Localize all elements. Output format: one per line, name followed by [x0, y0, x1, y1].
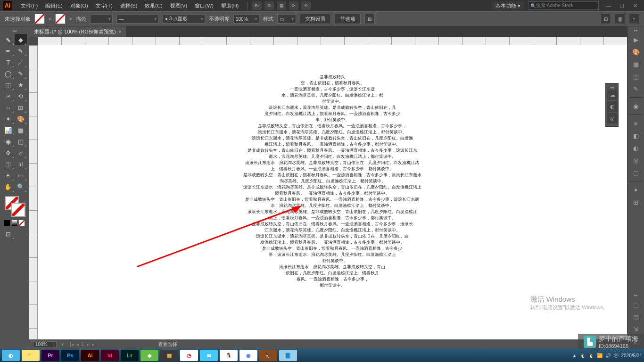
tool-button[interactable]: ✋: [2, 181, 15, 192]
style-dropdown[interactable]: ▭▾: [277, 14, 296, 24]
tool-button[interactable]: ⊡: [15, 102, 27, 113]
taskbar-app[interactable]: ◔: [180, 350, 198, 361]
artboards-panel-icon[interactable]: ▤: [630, 311, 642, 322]
qq-tray-icon[interactable]: 🐧: [580, 353, 586, 358]
tool-button[interactable]: ◯: [2, 68, 15, 79]
selection-icon[interactable]: ▶: [630, 34, 642, 45]
tool-button[interactable]: ▦: [15, 124, 27, 136]
tool-button[interactable]: ✂: [2, 90, 15, 102]
menu-icon[interactable]: ≡: [629, 14, 639, 24]
tool-button[interactable]: ✒: [2, 45, 15, 57]
libraries-icon[interactable]: ☁: [607, 90, 618, 100]
align-button[interactable]: ⊞: [364, 14, 375, 24]
close-tab-icon[interactable]: ×: [119, 29, 122, 34]
volume-tray-icon[interactable]: 🔊: [605, 353, 611, 358]
align-panel-icon[interactable]: ⊞: [630, 197, 642, 208]
taskbar-app[interactable]: 📁: [22, 350, 40, 361]
menu-item[interactable]: 帮助(H): [217, 2, 242, 9]
taskbar-app[interactable]: ◆: [140, 350, 158, 361]
canvas[interactable]: 是非成败转头空，青山依旧在，惯看秋月春风。一壶浊酒喜相逢，古今多少事，滚滚长江东…: [38, 45, 627, 339]
clock[interactable]: 2020/5/31: [621, 353, 643, 358]
menu-item[interactable]: 编辑(E): [41, 2, 66, 9]
asset-export-icon[interactable]: ⇲: [630, 323, 642, 335]
search-input[interactable]: 🔍 搜索 Adobe Stock: [528, 1, 599, 10]
tool-button[interactable]: ◫: [15, 136, 27, 147]
tool-button[interactable]: ✎: [15, 68, 27, 79]
cc-icon[interactable]: ◎: [607, 113, 618, 123]
tool-button[interactable]: lıl: [15, 158, 27, 170]
zoom-input[interactable]: 100%: [33, 341, 57, 347]
brush-dropdown[interactable]: —▾: [116, 14, 159, 24]
tool-button[interactable]: ★: [15, 79, 27, 90]
menu-item[interactable]: 视图(V): [166, 2, 191, 9]
screen-mode[interactable]: ⊡: [2, 228, 15, 239]
ime-tray-icon[interactable]: ㊥: [614, 352, 619, 359]
tool-button[interactable]: ／: [15, 57, 27, 68]
network-tray-icon[interactable]: 📶: [597, 353, 603, 358]
tool-button[interactable]: ◫: [2, 79, 15, 90]
menu-item[interactable]: 效果(C): [141, 2, 166, 9]
close-button[interactable]: ✕: [629, 1, 641, 10]
taskbar-app[interactable]: ▦: [160, 350, 178, 361]
menu-item[interactable]: 文字(T): [92, 2, 116, 9]
tool-button[interactable]: T: [2, 57, 15, 68]
taskbar-app[interactable]: Id: [101, 350, 119, 361]
cc-libraries-icon[interactable]: ◉: [630, 100, 642, 112]
workspace-switcher[interactable]: 基本功能 ▾: [492, 1, 524, 10]
tool-button[interactable]: ✦: [2, 113, 15, 124]
transparency-panel-icon[interactable]: ◐: [630, 142, 642, 154]
isolate-icon[interactable]: ▥: [615, 14, 625, 24]
tool-button[interactable]: ☀: [2, 170, 15, 181]
color-indicator[interactable]: [2, 195, 27, 218]
symbols-panel-icon[interactable]: ✦: [630, 184, 642, 196]
taskbar-app[interactable]: Ps: [61, 350, 79, 361]
menu-item[interactable]: 窗口(W): [191, 2, 217, 9]
taskbar-app[interactable]: ◐: [2, 350, 20, 361]
gradient-panel-icon[interactable]: ◧: [630, 130, 642, 141]
fill-swatch[interactable]: [34, 14, 45, 24]
qq-tray-icon-2[interactable]: 🐧: [588, 353, 594, 358]
tool-button[interactable]: 📊: [2, 124, 15, 136]
tool-button[interactable]: ⌕: [15, 147, 27, 158]
menu-item[interactable]: 选择(S): [116, 2, 141, 9]
color-panel-icon[interactable]: 🎨: [630, 46, 642, 58]
opacity-input[interactable]: 100%▾: [233, 14, 259, 24]
gradient-mode[interactable]: [11, 220, 18, 226]
stroke-panel-icon[interactable]: ≡: [630, 118, 642, 129]
collapse-toolbox[interactable]: ◂◂: [2, 28, 27, 33]
panel-collapse-bottom[interactable]: ▸▸: [634, 293, 638, 298]
links-panel-icon[interactable]: ⬚: [630, 299, 642, 310]
tray-up-icon[interactable]: ▲: [572, 353, 577, 358]
profile-dropdown[interactable]: ● 3 点圆形▾: [163, 14, 205, 24]
tool-button[interactable]: ↔: [2, 102, 15, 113]
stroke-weight-input[interactable]: ▾: [90, 14, 113, 24]
panel-grip[interactable]: ◂◂: [607, 85, 617, 90]
tool-button[interactable]: ▭: [15, 170, 27, 181]
tool-button[interactable]: 🎨: [15, 113, 27, 124]
document-tab[interactable]: 未标题-1* @ 100% (RGB/像素预览) ×: [29, 26, 126, 37]
tool-button[interactable]: ⬉: [2, 34, 15, 45]
sync-icon[interactable]: ⟲: [301, 1, 311, 10]
taskbar-app[interactable]: 📘: [279, 350, 297, 361]
floating-panel[interactable]: ◂◂ ☁ ◐ ◎: [605, 83, 619, 127]
vertical-ruler[interactable]: [29, 45, 38, 339]
layers-panel-icon[interactable]: ▦: [630, 58, 642, 70]
taskbar-app[interactable]: Ai: [81, 350, 99, 361]
area-type-object[interactable]: 是非成败转头空，青山依旧在，惯看秋月春风。一壶浊酒喜相逢，古今多少事，滚滚长江东…: [200, 74, 464, 288]
brushes-panel-icon[interactable]: ✎: [630, 83, 642, 94]
menu-item[interactable]: 对象(O): [66, 2, 92, 9]
tool-button[interactable]: ◆: [15, 34, 27, 45]
taskbar-app[interactable]: ◉: [239, 350, 257, 361]
horizontal-ruler[interactable]: [38, 37, 627, 45]
stroke-color[interactable]: [11, 203, 25, 217]
graphic-styles-icon[interactable]: ▢: [630, 167, 642, 178]
appearance-panel-icon[interactable]: ◎: [630, 155, 642, 166]
document-setup-button[interactable]: 文档设置: [300, 14, 331, 24]
arrange-icon[interactable]: ▦: [277, 1, 286, 10]
tool-button[interactable]: ⟲: [15, 90, 27, 102]
tool-button[interactable]: ✎: [15, 45, 27, 57]
taskbar-app[interactable]: Lr: [121, 350, 139, 361]
stroke-swatch[interactable]: [55, 14, 66, 24]
artboard-nav[interactable]: |◂◂1▸▸|: [68, 342, 97, 347]
preferences-button[interactable]: 首选项: [335, 14, 361, 24]
